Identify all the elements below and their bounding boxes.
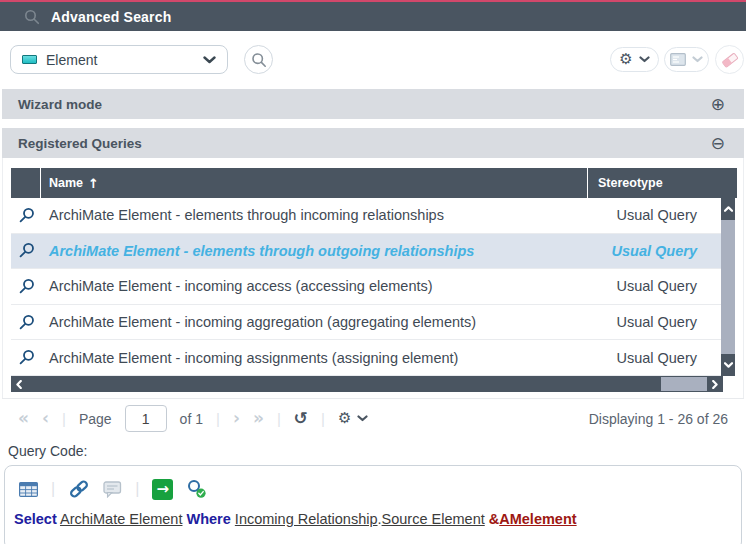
entity-source-element[interactable]: Source Element [382,511,485,527]
query-stereotype: Usual Query [563,243,723,259]
element-type-value: Element [46,52,194,68]
magnifier-icon [11,349,41,366]
table-view-icon[interactable] [19,482,38,497]
query-code-toolbar: | | → [5,466,741,500]
magnifier-icon [11,242,41,259]
separator: | [62,410,66,427]
refresh-icon[interactable]: ↺ [294,410,308,427]
chevron-down-icon [639,56,650,63]
first-page-button[interactable]: « [18,410,29,427]
scroll-up-button[interactable] [721,198,735,220]
vertical-scrollbar[interactable] [721,198,735,376]
element-type-select[interactable]: Element [10,45,228,74]
query-name: ArchiMate Element - elements through out… [41,243,563,259]
scroll-down-button[interactable] [721,354,735,376]
collapse-minus-icon[interactable]: ⊖ [711,135,725,152]
sort-ascending-icon: ↑ [88,176,99,191]
search-icon [24,9,40,25]
table-row[interactable]: ArchiMate Element - incoming access (acc… [11,269,723,305]
gear-icon: ⚙ [338,411,351,426]
separator: | [321,410,325,427]
magnifier-icon [11,314,41,331]
wizard-mode-label: Wizard mode [18,97,711,112]
scroll-left-button[interactable] [11,376,27,392]
entity-incoming-relationship[interactable]: Incoming Relationship [235,511,378,527]
query-stereotype: Usual Query [563,278,723,294]
pagination-bar: « ‹ | Page of 1 | › » | ↺ | ⚙ Displaying… [2,398,744,438]
arrow-right-icon: → [157,482,170,497]
keyword-where: Where [187,511,231,527]
page-label: Page [79,411,112,427]
element-icon [22,55,37,64]
table-header: Name ↑ Stereotype [11,168,737,198]
displaying-status: Displaying 1 - 26 of 26 [589,411,728,427]
separator: | [51,480,55,498]
execute-query-button[interactable]: → [152,479,173,500]
entity-archimate-element[interactable]: ArchiMate Element [60,511,183,527]
query-code-box: | | → [4,465,742,544]
icon-column-header [11,168,41,198]
table-row[interactable]: ArchiMate Element - incoming aggregation… [11,305,723,341]
page-title: Advanced Search [51,9,172,25]
table-row[interactable]: ArchiMate Element - elements through inc… [11,198,723,234]
keyword-select: Select [14,511,57,527]
query-name: ArchiMate Element - incoming aggregation… [41,314,563,330]
comment-icon[interactable] [103,481,122,498]
ampersand: & [489,511,499,527]
search-row: Element ⚙ [0,31,746,88]
parameter-amelement[interactable]: AMelement [499,511,576,527]
stereotype-column-header[interactable]: Stereotype [588,168,737,198]
query-code-text[interactable]: Select ArchiMate Element Where Incoming … [5,500,741,527]
name-column-header[interactable]: Name ↑ [41,168,588,198]
wizard-mode-accordion[interactable]: Wizard mode ⊕ [2,89,744,119]
eraser-icon [721,51,739,69]
link-icon[interactable] [68,479,90,499]
table-row[interactable]: ArchiMate Element - incoming assignments… [11,340,723,376]
query-name: ArchiMate Element - incoming assignments… [41,350,563,366]
query-code-label: Query Code: [8,443,87,459]
run-search-button[interactable] [244,45,273,74]
title-bar: Advanced Search [0,0,746,31]
horizontal-scroll-thumb[interactable] [661,377,707,391]
query-stereotype: Usual Query [563,207,723,223]
separator: | [216,410,220,427]
expand-plus-icon[interactable]: ⊕ [711,96,725,113]
query-stereotype: Usual Query [563,314,723,330]
registered-queries-accordion[interactable]: Registered Queries ⊖ [2,128,744,158]
gear-icon: ⚙ [619,52,632,67]
stereotype-column-label: Stereotype [598,176,663,190]
query-name: ArchiMate Element - elements through inc… [41,207,563,223]
horizontal-scrollbar[interactable] [11,376,723,392]
table-settings-button[interactable]: ⚙ [338,411,368,426]
separator: | [135,480,139,498]
magnifier-icon [11,278,41,295]
settings-menu-button[interactable]: ⚙ [610,47,659,72]
magnifier-icon [11,207,41,224]
validate-query-icon[interactable] [186,479,207,499]
previous-page-button[interactable]: ‹ [42,410,49,427]
clear-search-button[interactable] [715,45,744,74]
query-stereotype: Usual Query [563,350,723,366]
page-count-label: of 1 [180,411,203,427]
last-page-button[interactable]: » [253,410,264,427]
separator: | [277,410,281,427]
form-layout-icon [670,53,686,66]
query-table-rows: ArchiMate Element - elements through inc… [11,198,723,376]
layout-menu-button[interactable] [664,47,709,72]
chevron-down-icon [692,56,703,63]
query-name: ArchiMate Element - incoming access (acc… [41,278,563,294]
registered-queries-panel: Name ↑ Stereotype ArchiMate Element - el… [2,158,744,438]
scroll-right-button[interactable] [707,376,723,392]
table-row-selected[interactable]: ArchiMate Element - elements through out… [11,234,723,270]
page-input[interactable] [125,405,167,432]
chevron-down-icon [357,415,368,422]
chevron-down-icon [203,56,216,64]
next-page-button[interactable]: › [233,410,240,427]
registered-queries-label: Registered Queries [18,136,711,151]
name-column-label: Name [49,176,83,190]
